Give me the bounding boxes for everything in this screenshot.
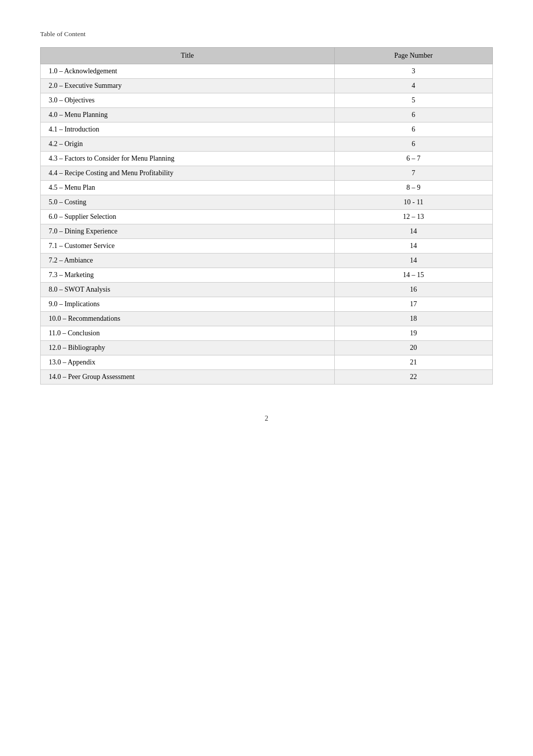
row-page: 17 bbox=[334, 297, 492, 312]
row-title: 9.0 – Implications bbox=[41, 297, 335, 312]
row-title: 4.3 – Factors to Consider for Menu Plann… bbox=[41, 152, 335, 166]
page-number: 2 bbox=[40, 415, 493, 423]
row-title: 11.0 – Conclusion bbox=[41, 326, 335, 341]
table-row: 4.1 – Introduction6 bbox=[41, 122, 493, 137]
row-page: 22 bbox=[334, 370, 492, 385]
row-page: 5 bbox=[334, 93, 492, 108]
row-page: 7 bbox=[334, 166, 492, 181]
table-row: 6.0 – Supplier Selection12 – 13 bbox=[41, 210, 493, 224]
row-title: 4.0 – Menu Planning bbox=[41, 108, 335, 122]
table-row: 3.0 – Objectives5 bbox=[41, 93, 493, 108]
table-of-content-heading: Table of Content bbox=[40, 30, 493, 38]
table-row: 1.0 – Acknowledgement3 bbox=[41, 64, 493, 79]
table-row: 4.3 – Factors to Consider for Menu Plann… bbox=[41, 152, 493, 166]
row-title: 7.2 – Ambiance bbox=[41, 254, 335, 268]
row-page: 20 bbox=[334, 341, 492, 355]
row-title: 7.3 – Marketing bbox=[41, 268, 335, 283]
row-title: 1.0 – Acknowledgement bbox=[41, 64, 335, 79]
row-page: 3 bbox=[334, 64, 492, 79]
row-title: 5.0 – Costing bbox=[41, 195, 335, 210]
table-row: 7.0 – Dining Experience14 bbox=[41, 224, 493, 239]
table-row: 7.1 – Customer Service14 bbox=[41, 239, 493, 254]
row-title: 4.2 – Origin bbox=[41, 137, 335, 152]
row-page: 19 bbox=[334, 326, 492, 341]
row-title: 8.0 – SWOT Analysis bbox=[41, 283, 335, 297]
row-page: 12 – 13 bbox=[334, 210, 492, 224]
table-row: 4.4 – Recipe Costing and Menu Profitabil… bbox=[41, 166, 493, 181]
row-page: 21 bbox=[334, 355, 492, 370]
row-page: 10 - 11 bbox=[334, 195, 492, 210]
table-row: 4.5 – Menu Plan8 – 9 bbox=[41, 181, 493, 195]
table-row: 4.2 – Origin6 bbox=[41, 137, 493, 152]
row-title: 2.0 – Executive Summary bbox=[41, 79, 335, 93]
row-page: 6 – 7 bbox=[334, 152, 492, 166]
row-page: 14 bbox=[334, 224, 492, 239]
table-row: 10.0 – Recommendations18 bbox=[41, 312, 493, 326]
row-title: 4.5 – Menu Plan bbox=[41, 181, 335, 195]
row-page: 16 bbox=[334, 283, 492, 297]
col-header-title: Title bbox=[41, 48, 335, 64]
table-row: 12.0 – Bibliography20 bbox=[41, 341, 493, 355]
row-title: 7.0 – Dining Experience bbox=[41, 224, 335, 239]
table-row: 14.0 – Peer Group Assessment22 bbox=[41, 370, 493, 385]
col-header-page: Page Number bbox=[334, 48, 492, 64]
row-page: 6 bbox=[334, 137, 492, 152]
row-title: 14.0 – Peer Group Assessment bbox=[41, 370, 335, 385]
table-row: 11.0 – Conclusion19 bbox=[41, 326, 493, 341]
row-title: 10.0 – Recommendations bbox=[41, 312, 335, 326]
row-page: 6 bbox=[334, 122, 492, 137]
table-row: 5.0 – Costing10 - 11 bbox=[41, 195, 493, 210]
row-page: 8 – 9 bbox=[334, 181, 492, 195]
toc-table: Title Page Number 1.0 – Acknowledgement3… bbox=[40, 47, 493, 385]
row-page: 4 bbox=[334, 79, 492, 93]
row-title: 13.0 – Appendix bbox=[41, 355, 335, 370]
row-title: 3.0 – Objectives bbox=[41, 93, 335, 108]
row-page: 14 – 15 bbox=[334, 268, 492, 283]
row-title: 7.1 – Customer Service bbox=[41, 239, 335, 254]
row-page: 6 bbox=[334, 108, 492, 122]
table-row: 7.2 – Ambiance14 bbox=[41, 254, 493, 268]
row-page: 14 bbox=[334, 239, 492, 254]
row-title: 4.4 – Recipe Costing and Menu Profitabil… bbox=[41, 166, 335, 181]
table-row: 8.0 – SWOT Analysis16 bbox=[41, 283, 493, 297]
table-row: 4.0 – Menu Planning6 bbox=[41, 108, 493, 122]
row-title: 12.0 – Bibliography bbox=[41, 341, 335, 355]
table-row: 7.3 – Marketing14 – 15 bbox=[41, 268, 493, 283]
row-page: 14 bbox=[334, 254, 492, 268]
table-row: 9.0 – Implications17 bbox=[41, 297, 493, 312]
row-title: 6.0 – Supplier Selection bbox=[41, 210, 335, 224]
row-page: 18 bbox=[334, 312, 492, 326]
table-row: 2.0 – Executive Summary4 bbox=[41, 79, 493, 93]
table-row: 13.0 – Appendix21 bbox=[41, 355, 493, 370]
row-title: 4.1 – Introduction bbox=[41, 122, 335, 137]
